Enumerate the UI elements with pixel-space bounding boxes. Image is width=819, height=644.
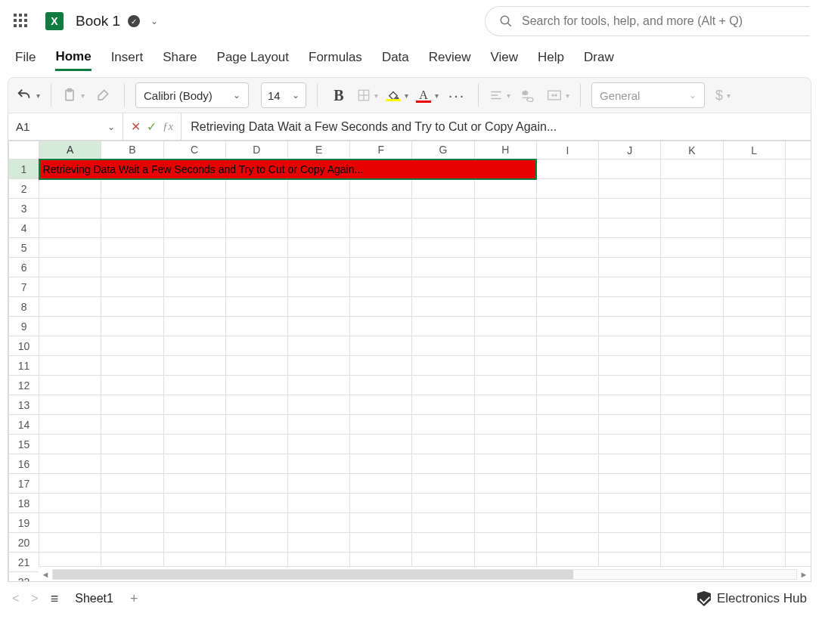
app-launcher-icon[interactable] bbox=[14, 14, 29, 29]
cell[interactable] bbox=[661, 336, 723, 356]
cell[interactable] bbox=[412, 533, 474, 553]
cell[interactable] bbox=[599, 159, 661, 179]
cell[interactable] bbox=[350, 395, 412, 415]
cell[interactable] bbox=[599, 395, 661, 415]
search-input[interactable]: Search for tools, help, and more (Alt + … bbox=[485, 6, 810, 36]
cell[interactable] bbox=[163, 533, 225, 553]
cell[interactable] bbox=[536, 494, 598, 513]
cell[interactable] bbox=[287, 474, 349, 494]
cell[interactable] bbox=[661, 435, 723, 454]
cell[interactable] bbox=[661, 277, 723, 297]
cell[interactable] bbox=[661, 238, 723, 258]
cell[interactable] bbox=[163, 317, 225, 336]
row-header[interactable]: 17 bbox=[9, 474, 39, 494]
cell[interactable] bbox=[599, 435, 661, 454]
cell[interactable] bbox=[474, 238, 536, 258]
fx-icon[interactable]: ƒx bbox=[163, 120, 173, 133]
tab-help[interactable]: Help bbox=[538, 45, 564, 70]
cell[interactable] bbox=[785, 356, 811, 376]
cell[interactable] bbox=[39, 513, 101, 533]
row-header[interactable]: 14 bbox=[9, 415, 39, 435]
cell[interactable] bbox=[785, 494, 811, 513]
cell[interactable] bbox=[39, 297, 101, 317]
cell[interactable] bbox=[723, 356, 785, 376]
row-header[interactable]: 13 bbox=[9, 395, 39, 415]
cell[interactable] bbox=[163, 277, 225, 297]
cell[interactable] bbox=[661, 494, 723, 513]
row-header[interactable]: 2 bbox=[9, 179, 39, 199]
cell[interactable] bbox=[163, 376, 225, 395]
col-header-E[interactable]: E bbox=[287, 141, 349, 159]
row-header[interactable]: 11 bbox=[9, 356, 39, 376]
cell[interactable] bbox=[225, 258, 287, 277]
cell[interactable] bbox=[474, 199, 536, 218]
cell[interactable] bbox=[474, 336, 536, 356]
title-dropdown-icon[interactable]: ⌄ bbox=[150, 16, 158, 26]
cell[interactable] bbox=[225, 317, 287, 336]
paste-button[interactable] bbox=[62, 83, 85, 107]
cell[interactable] bbox=[474, 494, 536, 513]
font-size-select[interactable]: 14⌄ bbox=[261, 82, 306, 108]
col-header-L[interactable]: L bbox=[723, 141, 785, 159]
cell[interactable] bbox=[287, 218, 349, 238]
cell[interactable] bbox=[661, 395, 723, 415]
row-header[interactable]: 10 bbox=[9, 336, 39, 356]
cell[interactable] bbox=[225, 218, 287, 238]
cell[interactable] bbox=[163, 474, 225, 494]
col-header-I[interactable]: I bbox=[536, 141, 598, 159]
cell[interactable] bbox=[474, 435, 536, 454]
cell[interactable] bbox=[536, 258, 598, 277]
cell[interactable] bbox=[412, 474, 474, 494]
cell[interactable] bbox=[101, 533, 163, 553]
cell[interactable] bbox=[101, 376, 163, 395]
cell[interactable] bbox=[350, 376, 412, 395]
cell[interactable] bbox=[350, 533, 412, 553]
cell[interactable] bbox=[723, 199, 785, 218]
cell[interactable] bbox=[785, 395, 811, 415]
cell[interactable] bbox=[287, 336, 349, 356]
cell[interactable] bbox=[723, 238, 785, 258]
cell[interactable] bbox=[536, 336, 598, 356]
cell[interactable] bbox=[723, 297, 785, 317]
cell[interactable] bbox=[101, 317, 163, 336]
cell[interactable] bbox=[785, 533, 811, 553]
row-header[interactable]: 6 bbox=[9, 258, 39, 277]
undo-button[interactable] bbox=[16, 83, 40, 107]
cell[interactable] bbox=[723, 474, 785, 494]
cell[interactable] bbox=[225, 435, 287, 454]
cell[interactable] bbox=[661, 474, 723, 494]
cell[interactable] bbox=[101, 218, 163, 238]
cell[interactable] bbox=[599, 258, 661, 277]
sheet-next-button[interactable]: > bbox=[31, 592, 38, 605]
cell[interactable] bbox=[474, 533, 536, 553]
cell[interactable] bbox=[287, 454, 349, 474]
row-header[interactable]: 22 bbox=[9, 572, 39, 583]
cell[interactable] bbox=[599, 238, 661, 258]
cell[interactable] bbox=[661, 159, 723, 179]
cell[interactable] bbox=[474, 218, 536, 238]
cell[interactable] bbox=[101, 454, 163, 474]
cell[interactable] bbox=[350, 435, 412, 454]
cell[interactable] bbox=[163, 356, 225, 376]
cell[interactable] bbox=[39, 435, 101, 454]
row-header[interactable]: 5 bbox=[9, 238, 39, 258]
tab-home[interactable]: Home bbox=[55, 45, 91, 71]
col-header-D[interactable]: D bbox=[225, 141, 287, 159]
cell[interactable] bbox=[39, 474, 101, 494]
cell[interactable] bbox=[350, 199, 412, 218]
document-title[interactable]: Book 1 bbox=[76, 13, 120, 29]
cell[interactable] bbox=[163, 199, 225, 218]
cell[interactable] bbox=[661, 258, 723, 277]
cell[interactable] bbox=[412, 297, 474, 317]
cell[interactable] bbox=[412, 218, 474, 238]
cell[interactable] bbox=[225, 533, 287, 553]
cell[interactable] bbox=[101, 238, 163, 258]
cell[interactable] bbox=[101, 513, 163, 533]
cell[interactable] bbox=[723, 415, 785, 435]
cell[interactable] bbox=[412, 395, 474, 415]
col-header-G[interactable]: G bbox=[412, 141, 474, 159]
cell[interactable] bbox=[412, 435, 474, 454]
spreadsheet-grid[interactable]: A B C D E F G H I J K L M 1 Retrieving D… bbox=[8, 141, 811, 582]
cell[interactable] bbox=[101, 474, 163, 494]
cell[interactable] bbox=[536, 533, 598, 553]
